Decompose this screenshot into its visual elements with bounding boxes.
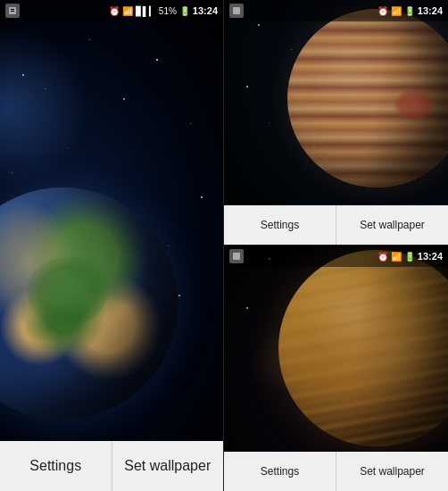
- bottom-buttons-right-top: Settings Set wallpaper: [224, 205, 448, 245]
- wifi-icon-rb: 📶: [391, 252, 402, 262]
- set-wallpaper-button-left[interactable]: Set wallpaper: [112, 441, 224, 491]
- right-bottom-panel: ⏰ 📶 🔋 13:24 Settings Set wallpaper: [224, 246, 448, 491]
- set-wallpaper-button-right-top[interactable]: Set wallpaper: [336, 205, 448, 245]
- status-bar-right-bottom: ⏰ 📶 🔋 13:24: [224, 246, 448, 267]
- battery-icon-rb: 🔋: [404, 252, 415, 262]
- signal-icon: ▊▌▎: [136, 6, 156, 16]
- battery-icon: 🔋: [179, 6, 190, 16]
- clock-left: 13:24: [193, 5, 218, 16]
- status-icons-right-bottom: ⏰ 📶 🔋 13:24: [377, 251, 443, 262]
- svg-rect-3: [233, 7, 240, 14]
- settings-button-right-bottom[interactable]: Settings: [224, 452, 336, 491]
- earth-container: [0, 187, 178, 437]
- right-panel: ⏰ 📶 🔋 13:24 Settings Set wallpaper: [224, 0, 448, 491]
- battery-text: 51%: [159, 6, 177, 16]
- clock-right-bottom: 13:24: [418, 251, 443, 262]
- status-bar-left: ⏰ 📶 ▊▌▎ 51% 🔋 13:24: [0, 0, 223, 21]
- svg-rect-4: [233, 253, 240, 260]
- settings-button-right-top[interactable]: Settings: [224, 205, 336, 245]
- bottom-buttons-right-bottom: Settings Set wallpaper: [224, 452, 448, 491]
- clock-right-top: 13:24: [418, 5, 443, 16]
- wifi-icon: 📶: [122, 6, 133, 16]
- svg-rect-1: [11, 9, 14, 10]
- notification-icon-rt: [229, 4, 244, 18]
- left-panel: ⏰ 📶 ▊▌▎ 51% 🔋 13:24 Settings Set wallpap…: [0, 0, 224, 491]
- settings-button-left[interactable]: Settings: [0, 441, 112, 491]
- bottom-buttons-left: Settings Set wallpaper: [0, 441, 223, 491]
- notification-icon: [5, 4, 20, 18]
- svg-rect-2: [11, 11, 14, 12]
- alarm-icon-rb: ⏰: [377, 252, 388, 262]
- status-bar-right-top: ⏰ 📶 🔋 13:24: [224, 0, 448, 21]
- right-top-panel: ⏰ 📶 🔋 13:24 Settings Set wallpaper: [224, 0, 448, 246]
- wifi-icon-rt: 📶: [391, 6, 402, 16]
- alarm-icon-rt: ⏰: [377, 6, 388, 16]
- battery-icon-rt: 🔋: [404, 6, 415, 16]
- set-wallpaper-button-right-bottom[interactable]: Set wallpaper: [336, 452, 448, 491]
- notification-icon-rb: [229, 249, 244, 263]
- alarm-icon: ⏰: [109, 6, 120, 16]
- earth-planet: [0, 187, 178, 420]
- status-icons-right-top: ⏰ 📶 🔋 13:24: [377, 5, 443, 16]
- status-icons-right: ⏰ 📶 ▊▌▎ 51% 🔋 13:24: [109, 5, 218, 16]
